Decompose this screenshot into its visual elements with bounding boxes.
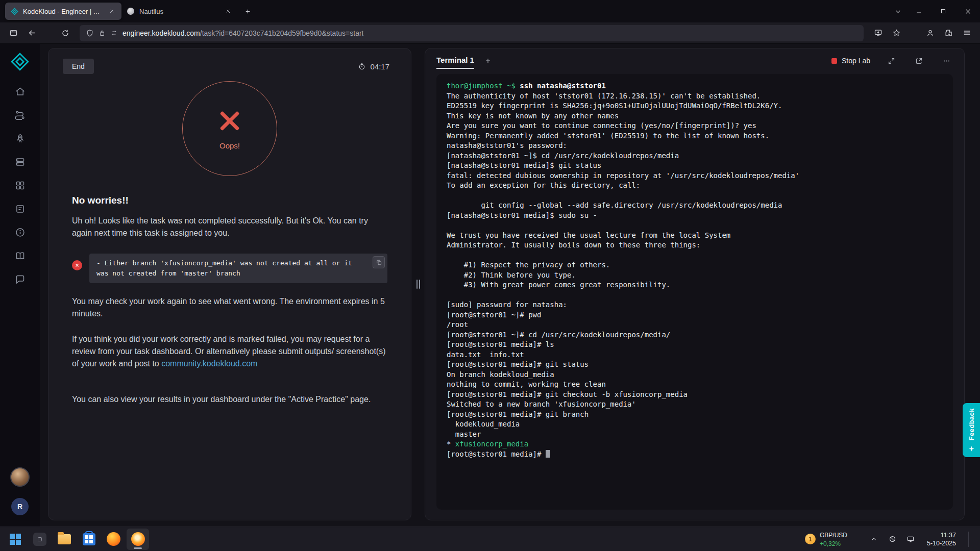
close-window-button[interactable] — [955, 0, 980, 22]
start-button[interactable] — [4, 529, 27, 550]
ticker-change: +0,32% — [820, 540, 841, 547]
tab-title: Nautilus — [139, 8, 219, 15]
home-icon[interactable] — [8, 80, 32, 103]
copy-icon[interactable] — [373, 256, 385, 268]
market-widget[interactable]: 1 GBP/USD +0,32% — [805, 531, 847, 548]
tab-close-icon[interactable] — [107, 7, 116, 16]
terminal-tab[interactable]: Terminal 1 — [436, 56, 474, 69]
feedback-button[interactable]: Feedback — [963, 403, 980, 457]
firefox-active-icon — [131, 532, 145, 546]
dark-app-icon — [33, 533, 46, 546]
display-network-icon[interactable] — [905, 534, 916, 544]
url-host: engineer.kodekloud.com — [122, 29, 200, 37]
extensions-icon[interactable] — [940, 25, 957, 41]
do-not-disturb-icon[interactable] — [887, 534, 897, 544]
bookmark-star-icon[interactable] — [888, 25, 904, 41]
courses-grid-icon[interactable] — [8, 173, 32, 197]
docs-book-icon[interactable] — [8, 244, 32, 267]
browser-tab-kodekloud[interactable]: KodeKloud - Engineer | Task — [5, 3, 121, 20]
url-path: /task?id=6407203c741b204d59fbe9d0&status… — [200, 29, 364, 37]
ticker-text: GBP/USD +0,32% — [820, 531, 847, 548]
community-link[interactable]: community.kodekloud.com — [161, 359, 257, 368]
more-options-icon[interactable] — [940, 54, 953, 67]
stop-lab-label: Stop Lab — [842, 57, 870, 65]
tab-bar: KodeKloud - Engineer | Task Nautilus — [0, 0, 980, 22]
microsoft-store-button[interactable] — [78, 529, 100, 550]
info-icon[interactable] — [8, 220, 32, 244]
task-timer: 04:17 — [358, 62, 389, 71]
app-sidebar: R — [0, 44, 40, 527]
kodekloud-logo-icon[interactable] — [10, 52, 30, 71]
expand-icon[interactable] — [885, 54, 898, 67]
result-paragraph-3: If you think you did your work correctly… — [72, 333, 387, 370]
file-explorer-button[interactable] — [53, 529, 76, 550]
taskbar: 1 GBP/USD +0,32% 11:37 5-10-2025 — [0, 527, 980, 551]
timer-value: 04:17 — [370, 62, 389, 71]
stop-square-icon — [831, 58, 837, 64]
panel-resize-handle[interactable] — [411, 48, 425, 520]
result-paragraph-2: You may check your work again to see wha… — [72, 295, 387, 320]
taskbar-date: 5-10-2025 — [927, 540, 956, 547]
browser-tab-nautilus[interactable]: Nautilus — [121, 3, 238, 20]
stopwatch-icon — [358, 62, 366, 70]
support-chat-icon[interactable] — [8, 267, 32, 291]
terminal-header: Terminal 1 Stop Lab — [425, 48, 964, 73]
terminal-panel: Terminal 1 Stop Lab — [425, 48, 965, 520]
failed-x-icon — [216, 108, 243, 134]
address-bar[interactable]: engineer.kodekloud.com/task?id=6407203c7… — [80, 25, 864, 41]
nautilus-favicon — [127, 7, 135, 15]
windows-logo-icon — [10, 534, 21, 545]
show-desktop-strip[interactable] — [968, 532, 970, 547]
task-result-panel: End 04:17 Oops! No worries!! Uh oh! Look… — [48, 48, 411, 520]
error-row: - Either branch 'xfusioncorp_media' was … — [72, 254, 387, 283]
workspace: End 04:17 Oops! No worries!! Uh oh! Look… — [40, 44, 980, 527]
folder-icon — [58, 534, 71, 544]
end-button[interactable]: End — [63, 59, 94, 74]
stop-lab-button[interactable]: Stop Lab — [831, 57, 870, 65]
feedback-label: Feedback — [968, 408, 975, 440]
tracking-shield-icon[interactable] — [86, 29, 94, 37]
result-panel-body: No worries!! Uh oh! Looks like the task … — [48, 176, 411, 406]
taskbar-app-icon[interactable] — [29, 529, 51, 550]
add-terminal-icon[interactable] — [481, 54, 495, 67]
open-in-new-icon[interactable] — [912, 54, 925, 67]
learning-paths-icon[interactable] — [8, 103, 32, 127]
lock-icon[interactable] — [99, 30, 106, 37]
new-tab-button[interactable] — [240, 4, 255, 19]
taskbar-apps — [4, 529, 149, 550]
tab-close-icon[interactable] — [224, 7, 233, 16]
playgrounds-server-icon[interactable] — [8, 150, 32, 173]
currency-coin-icon: 1 — [805, 534, 816, 544]
list-all-tabs-icon[interactable] — [889, 3, 906, 20]
hidden-icons-chevron[interactable] — [869, 534, 879, 544]
firefox-active-button[interactable] — [127, 529, 149, 550]
terminal-output[interactable]: thor@jumphost ~$ ssh natasha@ststor01The… — [436, 74, 953, 510]
url-text: engineer.kodekloud.com/task?id=6407203c7… — [122, 29, 363, 37]
user-avatar[interactable] — [10, 467, 30, 487]
maximize-button[interactable] — [931, 0, 955, 22]
notes-icon[interactable] — [8, 197, 32, 220]
reload-icon[interactable] — [57, 25, 74, 41]
oops-section: Oops! — [48, 81, 411, 176]
oops-circle: Oops! — [182, 81, 277, 176]
kodekloud-favicon — [10, 7, 18, 15]
error-x-icon — [72, 260, 82, 270]
account-icon[interactable] — [922, 25, 938, 41]
result-paragraph-4: You can also view your results in your d… — [72, 393, 387, 406]
site-permissions-icon[interactable] — [110, 29, 118, 37]
oops-label: Oops! — [219, 141, 240, 150]
labs-rocket-icon[interactable] — [8, 127, 32, 150]
result-paragraph-1: Uh oh! Looks like the task was not compl… — [72, 215, 387, 239]
profile-badge[interactable]: R — [11, 498, 29, 515]
back-button[interactable] — [23, 25, 40, 41]
taskbar-time: 11:37 — [941, 532, 956, 539]
firefox-view-icon[interactable] — [5, 25, 21, 41]
firefox-button[interactable] — [102, 529, 125, 550]
clock-widget[interactable]: 11:37 5-10-2025 — [927, 531, 956, 547]
minimize-button[interactable] — [906, 0, 931, 22]
navigation-bar: engineer.kodekloud.com/task?id=6407203c7… — [0, 22, 980, 44]
save-to-device-icon[interactable] — [870, 25, 886, 41]
error-message: - Either branch 'xfusioncorp_media' was … — [96, 259, 352, 277]
menu-icon[interactable] — [959, 25, 975, 41]
result-panel-header: End 04:17 — [48, 48, 411, 74]
